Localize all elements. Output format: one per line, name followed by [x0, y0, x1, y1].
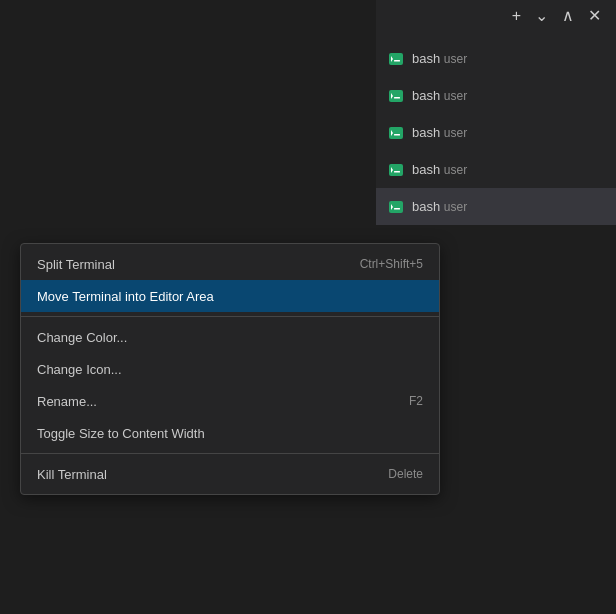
- terminal-item-2[interactable]: bash user: [376, 77, 616, 114]
- terminal-icon-5: [388, 199, 404, 215]
- terminal-label-1: bash user: [412, 51, 467, 66]
- terminal-icon-1: [388, 51, 404, 67]
- menu-item-rename-shortcut: F2: [409, 394, 423, 408]
- terminal-item-3[interactable]: bash user: [376, 114, 616, 151]
- terminal-item-1[interactable]: bash user: [376, 40, 616, 77]
- svg-rect-2: [394, 60, 400, 62]
- menu-item-toggle-size[interactable]: Toggle Size to Content Width: [21, 417, 439, 449]
- svg-rect-11: [394, 171, 400, 173]
- terminal-item-5[interactable]: bash user: [376, 188, 616, 225]
- add-terminal-button[interactable]: +: [507, 6, 526, 26]
- menu-item-split-terminal-label: Split Terminal: [37, 257, 340, 272]
- terminal-label-3: bash user: [412, 125, 467, 140]
- menu-item-move-terminal[interactable]: Move Terminal into Editor Area: [21, 280, 439, 312]
- context-menu: Split Terminal Ctrl+Shift+5 Move Termina…: [20, 243, 440, 495]
- terminal-list: bash user bash user bash user bash user: [376, 0, 616, 225]
- menu-item-rename[interactable]: Rename... F2: [21, 385, 439, 417]
- menu-item-kill-terminal-shortcut: Delete: [388, 467, 423, 481]
- menu-item-change-color-label: Change Color...: [37, 330, 423, 345]
- terminal-icon-3: [388, 125, 404, 141]
- menu-item-move-terminal-label: Move Terminal into Editor Area: [37, 289, 423, 304]
- menu-item-toggle-size-label: Toggle Size to Content Width: [37, 426, 423, 441]
- terminal-label-4: bash user: [412, 162, 467, 177]
- menu-section-2: Change Color... Change Icon... Rename...…: [21, 316, 439, 453]
- top-toolbar: + ⌄ ∧ ✕: [497, 0, 616, 32]
- terminal-icon-2: [388, 88, 404, 104]
- svg-rect-8: [394, 134, 400, 136]
- menu-item-change-icon-label: Change Icon...: [37, 362, 423, 377]
- close-panel-button[interactable]: ✕: [583, 6, 606, 26]
- menu-item-change-color[interactable]: Change Color...: [21, 321, 439, 353]
- menu-item-kill-terminal-label: Kill Terminal: [37, 467, 368, 482]
- menu-item-split-terminal[interactable]: Split Terminal Ctrl+Shift+5: [21, 248, 439, 280]
- menu-item-rename-label: Rename...: [37, 394, 389, 409]
- menu-item-kill-terminal[interactable]: Kill Terminal Delete: [21, 458, 439, 490]
- terminal-item-4[interactable]: bash user: [376, 151, 616, 188]
- svg-rect-14: [394, 208, 400, 210]
- menu-section-1: Split Terminal Ctrl+Shift+5 Move Termina…: [21, 244, 439, 316]
- menu-item-split-terminal-shortcut: Ctrl+Shift+5: [360, 257, 423, 271]
- svg-rect-5: [394, 97, 400, 99]
- menu-section-3: Kill Terminal Delete: [21, 453, 439, 494]
- collapse-panel-button[interactable]: ∧: [557, 6, 579, 26]
- terminal-label-2: bash user: [412, 88, 467, 103]
- split-terminal-button[interactable]: ⌄: [530, 6, 553, 26]
- terminal-label-5: bash user: [412, 199, 467, 214]
- menu-item-change-icon[interactable]: Change Icon...: [21, 353, 439, 385]
- terminal-icon-4: [388, 162, 404, 178]
